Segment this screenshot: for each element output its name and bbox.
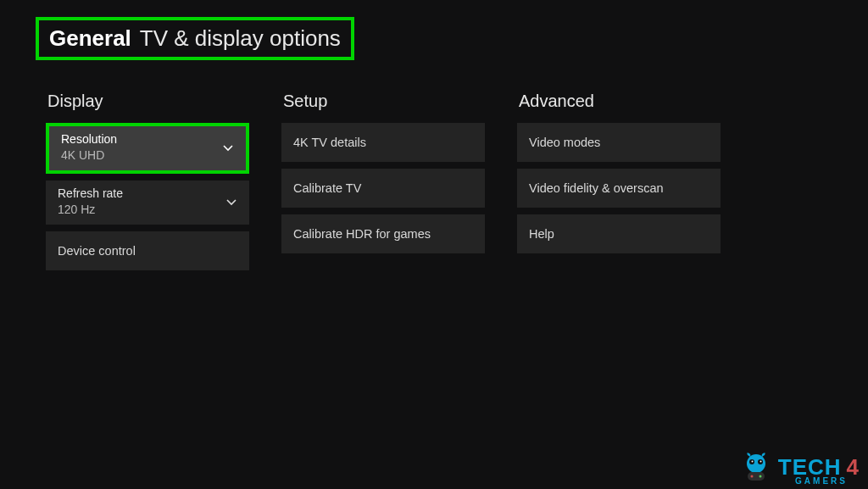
- resolution-select[interactable]: Resolution 4K UHD: [49, 126, 246, 170]
- highlight-resolution: Resolution 4K UHD: [46, 123, 249, 174]
- column-advanced: Advanced Video modes Video fidelity & ov…: [517, 92, 721, 277]
- refresh-rate-value: 120 Hz: [58, 201, 95, 218]
- help-button[interactable]: Help: [517, 214, 721, 253]
- item-label: Calibrate HDR for games: [293, 227, 431, 241]
- svg-point-0: [747, 454, 765, 473]
- title-category: General: [49, 25, 131, 52]
- item-label: Video modes: [529, 136, 600, 149]
- device-control-button[interactable]: Device control: [46, 231, 249, 270]
- column-header-display: Display: [46, 92, 249, 111]
- resolution-label: Resolution: [61, 132, 117, 147]
- svg-point-7: [759, 475, 761, 478]
- watermark-logo: TECH 4 GAMERS: [739, 450, 860, 484]
- refresh-rate-select[interactable]: Refresh rate 120 Hz: [46, 181, 249, 225]
- video-fidelity-button[interactable]: Video fidelity & overscan: [517, 169, 721, 208]
- calibrate-hdr-button[interactable]: Calibrate HDR for games: [281, 214, 485, 253]
- svg-point-6: [750, 475, 753, 478]
- column-display: Display Resolution 4K UHD Refresh rate 1…: [46, 92, 249, 277]
- column-setup: Setup 4K TV details Calibrate TV Calibra…: [281, 92, 485, 277]
- svg-rect-5: [748, 472, 765, 481]
- column-header-setup: Setup: [281, 92, 485, 111]
- mascot-icon: [739, 450, 773, 484]
- calibrate-tv-button[interactable]: Calibrate TV: [281, 169, 485, 208]
- item-label: 4K TV details: [293, 136, 366, 149]
- title-subcategory: TV & display options: [140, 25, 341, 52]
- chevron-down-icon: [222, 142, 234, 154]
- watermark-text-2: 4: [847, 454, 860, 481]
- page-title: General TV & display options: [36, 17, 354, 60]
- settings-columns: Display Resolution 4K UHD Refresh rate 1…: [46, 92, 721, 277]
- refresh-rate-label: Refresh rate: [58, 186, 123, 201]
- device-control-label: Device control: [58, 244, 136, 258]
- resolution-value: 4K UHD: [61, 147, 104, 164]
- chevron-down-icon: [225, 197, 237, 208]
- video-modes-button[interactable]: Video modes: [517, 123, 721, 162]
- item-label: Help: [529, 227, 554, 241]
- four-k-tv-details-button[interactable]: 4K TV details: [281, 123, 485, 162]
- watermark-subtext: GAMERS: [795, 476, 848, 486]
- svg-point-3: [751, 461, 753, 463]
- item-label: Calibrate TV: [293, 181, 361, 195]
- column-header-advanced: Advanced: [517, 92, 721, 111]
- item-label: Video fidelity & overscan: [529, 181, 664, 195]
- svg-point-4: [760, 461, 761, 463]
